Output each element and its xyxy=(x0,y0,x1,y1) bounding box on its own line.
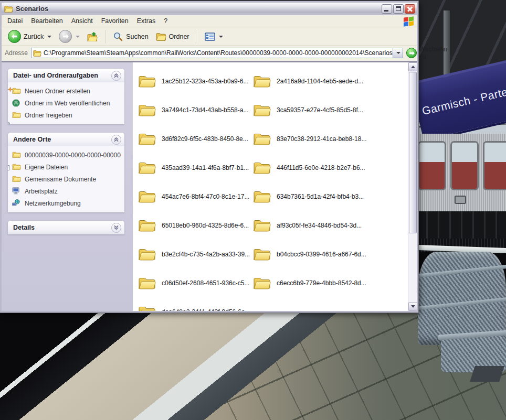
bench-frame-bar xyxy=(416,265,506,278)
place-link[interactable]: Netzwerkumgebung xyxy=(12,199,121,207)
collapse-button[interactable] xyxy=(111,135,121,145)
folder-item[interactable]: 435aad39-14a1-4f6a-8bf7-b1... xyxy=(138,153,253,182)
forward-button[interactable] xyxy=(56,29,83,44)
folder-item[interactable]: 83e70c38-2912-41ca-beb8-18... xyxy=(253,124,368,153)
link-label: Gemeinsame Dokumente xyxy=(25,176,96,183)
back-dropdown-caret[interactable] xyxy=(47,36,51,38)
folder-item[interactable]: 1ac25b12-323a-453a-b0a9-6... xyxy=(138,67,253,95)
titlebar[interactable]: Scenarios xyxy=(2,3,417,15)
folder-icon xyxy=(253,276,271,290)
scroll-up-button[interactable] xyxy=(408,62,417,71)
back-button[interactable]: Zurück xyxy=(5,29,55,44)
views-dropdown-caret[interactable] xyxy=(219,36,223,38)
address-dropdown-button[interactable] xyxy=(393,48,403,58)
folder-item[interactable]: 3a7494c1-73d4-43ab-b558-a... xyxy=(138,95,253,124)
folder-name: daa648e2-3411-443f-9d56-6c... xyxy=(162,308,250,311)
folder-name: 446f11d5-6e0e-4218-b2e7-b6... xyxy=(277,164,365,171)
scroll-down-button[interactable] xyxy=(408,302,417,311)
go-icon xyxy=(406,48,417,58)
task-link[interactable]: Ordner im Web veröffentlichen xyxy=(12,99,121,107)
folder-item[interactable]: 3d6f82c9-6f5c-483b-8450-8e... xyxy=(138,124,253,153)
link-label: 00000039-0000-0000-0000-000000 xyxy=(25,152,121,159)
windows-logo-icon xyxy=(403,16,415,26)
folder-name: 65018eb0-960d-4325-8d6e-6... xyxy=(162,222,249,229)
folder-item[interactable]: af93c05f-fe34-4846-bd54-3d... xyxy=(253,211,368,240)
place-link[interactable]: 00000039-0000-0000-0000-000000 xyxy=(12,151,121,159)
folder-grid: 1ac25b12-323a-453a-b0a9-6...2a416a9d-110… xyxy=(133,62,408,311)
panel-other-places-header[interactable]: Andere Orte xyxy=(8,133,124,146)
folder-item[interactable]: c06d50ef-2608-4651-936c-c5... xyxy=(138,268,253,297)
panel-title: Details xyxy=(13,224,35,231)
folder-item[interactable]: 454ac7e6-8bf4-47c0-8c1e-17... xyxy=(138,182,253,211)
menu-item[interactable]: Bearbeiten xyxy=(27,16,67,26)
share-folder-icon xyxy=(12,111,21,119)
forward-icon xyxy=(59,30,72,43)
task-link[interactable]: Ordner freigeben xyxy=(12,111,121,119)
search-button[interactable]: Suchen xyxy=(110,31,151,42)
train-window xyxy=(450,141,479,190)
scrollbar-thumb[interactable] xyxy=(409,72,417,233)
folder-icon xyxy=(138,276,156,290)
folder-item[interactable]: b04cbcc9-0399-4616-a667-6d... xyxy=(253,240,368,268)
folder-item[interactable]: 3ca59357-e27e-4cf5-85d5-8f... xyxy=(253,95,368,124)
toolbar: Zurück Suchen Ordner xyxy=(2,27,417,46)
folder-item[interactable]: b3e2cf4b-c735-4a2b-aa33-39... xyxy=(138,240,253,268)
panel-details-header[interactable]: Details xyxy=(8,221,124,234)
folder-icon xyxy=(253,247,271,262)
task-link[interactable]: Neuen Ordner erstellen xyxy=(12,87,121,95)
platform-edge-bands xyxy=(0,313,346,420)
menu-item[interactable]: Favoriten xyxy=(97,16,133,26)
link-label: Netzwerkumgebung xyxy=(25,200,81,207)
folder-item[interactable]: daa648e2-3411-443f-9d56-6c... xyxy=(138,297,253,311)
folder-name: b04cbcc9-0399-4616-a667-6d... xyxy=(277,251,366,258)
place-link[interactable]: Eigene Dateien xyxy=(12,163,121,171)
search-icon xyxy=(113,32,123,41)
menu-item[interactable]: Ansicht xyxy=(67,16,97,26)
views-button[interactable] xyxy=(202,31,226,42)
folders-label: Ordner xyxy=(169,33,189,40)
folder-icon xyxy=(138,103,156,117)
db-logo xyxy=(455,196,466,204)
go-button[interactable]: Wechseln zu xyxy=(406,46,449,60)
menu-item[interactable]: Datei xyxy=(3,16,27,26)
up-button[interactable] xyxy=(84,31,101,42)
menu-items: DateiBearbeitenAnsichtFavoritenExtras? xyxy=(3,16,172,26)
panel-title: Datei- und Ordneraufgaben xyxy=(13,72,98,79)
menu-item[interactable]: ? xyxy=(160,16,172,26)
platform-bench-lower xyxy=(441,336,506,372)
folder-item[interactable]: 2a416a9d-1104-4eb5-aede-d... xyxy=(253,67,368,95)
close-button[interactable] xyxy=(405,4,415,14)
folder-name: c6ecc6b9-779e-4bbb-8542-8d... xyxy=(277,279,366,287)
vertical-scrollbar[interactable] xyxy=(408,62,417,311)
folder-icon xyxy=(253,160,271,175)
chevron-down-icon xyxy=(113,225,119,230)
place-link[interactable]: Arbeitsplatz xyxy=(12,187,121,195)
menu-item[interactable]: Extras xyxy=(133,16,160,26)
forward-dropdown-caret[interactable] xyxy=(76,36,80,38)
explorer-window: Scenarios DateiBearbeitenAnsichtFavorite… xyxy=(0,1,418,313)
folder-name: 634b7361-5d1a-42f4-bfb4-b3... xyxy=(277,193,364,200)
expand-button[interactable] xyxy=(111,223,121,233)
folder-item[interactable]: c6ecc6b9-779e-4bbb-8542-8d... xyxy=(253,268,368,297)
shared-documents-icon xyxy=(12,175,21,183)
bench-leg xyxy=(470,366,504,382)
folder-item[interactable]: 634b7361-5d1a-42f4-bfb4-b3... xyxy=(253,182,368,211)
network-icon xyxy=(12,199,21,207)
folder-name: 3a7494c1-73d4-43ab-b558-a... xyxy=(162,106,248,114)
folder-item[interactable]: 446f11d5-6e0e-4218-b2e7-b6... xyxy=(253,153,368,182)
folders-button[interactable]: Ordner xyxy=(153,31,193,42)
minimize-button[interactable] xyxy=(382,4,392,14)
folders-icon xyxy=(156,32,166,41)
panel-file-tasks-header[interactable]: Datei- und Ordneraufgaben xyxy=(8,69,124,82)
train-window xyxy=(483,141,506,190)
address-input[interactable]: C:\Programme\Steam\SteamApps\common\Rail… xyxy=(31,48,403,58)
search-label: Suchen xyxy=(126,33,148,40)
folder-icon xyxy=(138,132,156,146)
maximize-button[interactable] xyxy=(393,4,404,14)
file-list: 1ac25b12-323a-453a-b0a9-6...2a416a9d-110… xyxy=(133,62,408,311)
collapse-button[interactable] xyxy=(111,71,121,81)
place-link[interactable]: Gemeinsame Dokumente xyxy=(12,175,121,183)
scroll-down-icon xyxy=(411,305,415,308)
folder-item[interactable]: 65018eb0-960d-4325-8d6e-6... xyxy=(138,211,253,240)
folder-name: 3ca59357-e27e-4cf5-85d5-8f... xyxy=(277,106,363,114)
